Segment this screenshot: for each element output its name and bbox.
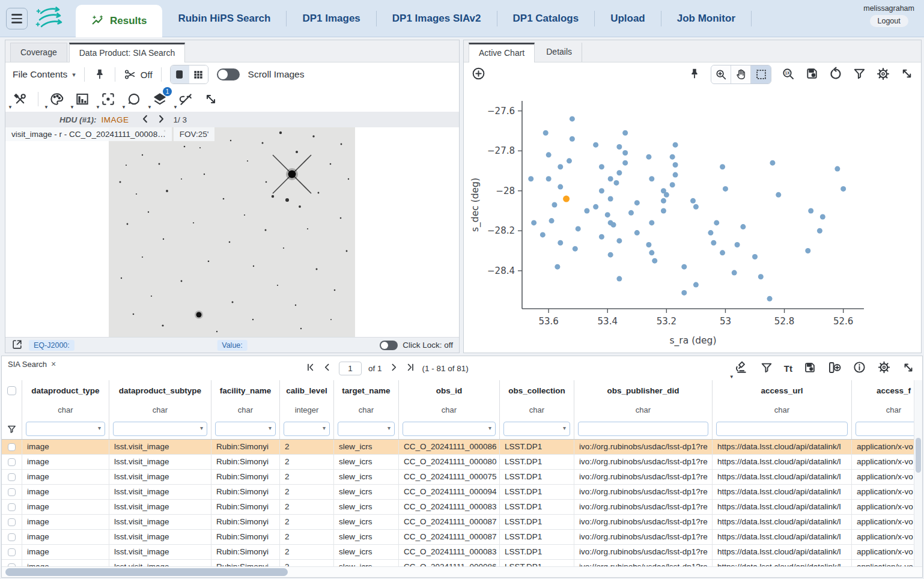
data-point[interactable] bbox=[622, 150, 628, 156]
data-point[interactable] bbox=[558, 184, 563, 190]
cell-dataproduct-subtype[interactable]: lsst.visit_image bbox=[109, 485, 211, 499]
nav-tab-dp1-images-siav2[interactable]: DP1 Images SIAv2 bbox=[377, 0, 497, 37]
column-filter-select[interactable]: ▾ bbox=[503, 422, 570, 436]
chart-settings-button[interactable] bbox=[876, 67, 890, 83]
cell-obs-id[interactable]: CC_O_20241111_000094 bbox=[399, 485, 500, 499]
table-row[interactable]: imagelsst.visit_imageRubin:Simonyi2slew_… bbox=[2, 530, 914, 545]
table-row[interactable]: imagelsst.visit_imageRubin:Simonyi2slew_… bbox=[2, 500, 914, 515]
expand-table-button[interactable] bbox=[902, 361, 915, 376]
cell-target-name[interactable]: slew_icrs bbox=[334, 500, 399, 514]
restore-chart-button[interactable] bbox=[828, 67, 843, 83]
table-tab-sia-search[interactable]: SIA Search × bbox=[8, 359, 56, 369]
column-name[interactable]: access_url bbox=[713, 380, 851, 401]
cell-access-url[interactable]: https://data.lsst.cloud/api/datalink/l bbox=[713, 560, 852, 566]
cell-dataproduct-type[interactable]: image bbox=[22, 485, 109, 499]
cell-calib-level[interactable]: 2 bbox=[280, 485, 334, 499]
add-column-button[interactable] bbox=[827, 360, 842, 377]
column-filter-select[interactable]: ▾ bbox=[284, 422, 330, 436]
data-point[interactable] bbox=[673, 162, 678, 168]
cell-dataproduct-subtype[interactable]: lsst.visit_image bbox=[109, 515, 211, 529]
column-header-facility-name[interactable]: facility_namechar▾ bbox=[211, 380, 280, 439]
data-point[interactable] bbox=[732, 270, 737, 276]
cell-dataproduct-subtype[interactable]: lsst.visit_image bbox=[109, 500, 211, 514]
nav-tab-rubin-hips-search[interactable]: Rubin HiPS Search bbox=[162, 0, 286, 37]
pin-image-button[interactable] bbox=[93, 68, 106, 81]
cell-dataproduct-subtype[interactable]: lsst.visit_image bbox=[109, 455, 211, 469]
data-point[interactable] bbox=[634, 200, 640, 205]
data-point[interactable] bbox=[805, 248, 810, 253]
cell-calib-level[interactable]: 2 bbox=[280, 440, 334, 454]
tab-coverage[interactable]: Coverage bbox=[10, 43, 67, 62]
data-point[interactable] bbox=[646, 154, 651, 160]
data-point[interactable] bbox=[681, 290, 687, 296]
cell-access-f[interactable]: application/x-vo bbox=[852, 455, 914, 469]
cell-dataproduct-subtype[interactable]: lsst.visit_image bbox=[109, 440, 211, 454]
column-header-target-name[interactable]: target_namechar▾ bbox=[334, 380, 399, 439]
data-point[interactable] bbox=[661, 208, 666, 213]
table-row[interactable]: imagelsst.visit_imageRubin:Simonyi2slew_… bbox=[2, 545, 914, 560]
cell-dataproduct-subtype[interactable]: lsst.visit_image bbox=[109, 560, 211, 566]
cell-obs-publisher-did[interactable]: ivo://org.rubinobs/usdac/lsst-dp1?re bbox=[574, 470, 713, 484]
column-filter-input[interactable] bbox=[856, 422, 914, 436]
data-point[interactable] bbox=[673, 142, 678, 148]
row-checkbox[interactable] bbox=[8, 458, 16, 466]
data-point[interactable] bbox=[752, 254, 758, 259]
data-point[interactable] bbox=[649, 176, 654, 181]
cell-access-f[interactable]: application/x-vo bbox=[852, 485, 914, 499]
tab-details[interactable]: Details bbox=[536, 43, 582, 62]
scrollbar-thumb[interactable] bbox=[5, 568, 288, 576]
cell-obs-publisher-did[interactable]: ivo://org.rubinobs/usdac/lsst-dp1?re bbox=[574, 440, 713, 454]
add-chart-button[interactable] bbox=[471, 66, 486, 83]
data-point[interactable] bbox=[540, 232, 546, 237]
cell-facility-name[interactable]: Rubin:Simonyi bbox=[211, 530, 280, 544]
data-point[interactable] bbox=[670, 182, 675, 187]
cell-calib-level[interactable]: 2 bbox=[280, 530, 334, 544]
column-filter-select[interactable]: ▾ bbox=[113, 422, 207, 436]
cell-obs-id[interactable]: CC_O_20241111_000083 bbox=[399, 545, 500, 559]
data-point[interactable] bbox=[573, 246, 578, 252]
data-point[interactable] bbox=[622, 130, 628, 136]
row-checkbox[interactable] bbox=[8, 473, 16, 481]
data-point[interactable] bbox=[770, 160, 775, 166]
cell-access-f[interactable]: application/x-vo bbox=[852, 515, 914, 529]
cell-obs-collection[interactable]: LSST.DP1 bbox=[500, 500, 574, 514]
cell-facility-name[interactable]: Rubin:Simonyi bbox=[211, 515, 280, 529]
cell-access-f[interactable]: application/x-vo bbox=[852, 545, 914, 559]
table-info-button[interactable] bbox=[853, 360, 866, 376]
data-point[interactable] bbox=[549, 218, 555, 223]
data-point[interactable] bbox=[558, 240, 563, 246]
cell-access-f[interactable]: application/x-vo bbox=[852, 500, 914, 514]
data-point[interactable] bbox=[720, 250, 725, 255]
cell-facility-name[interactable]: Rubin:Simonyi bbox=[211, 545, 280, 559]
column-filter-select[interactable]: ▾ bbox=[26, 422, 105, 436]
row-checkbox[interactable] bbox=[8, 518, 16, 526]
cell-facility-name[interactable]: Rubin:Simonyi bbox=[211, 560, 280, 566]
data-point[interactable] bbox=[543, 130, 549, 136]
cell-calib-level[interactable]: 2 bbox=[280, 515, 334, 529]
cell-facility-name[interactable]: Rubin:Simonyi bbox=[211, 455, 280, 469]
hdu-next-button[interactable] bbox=[156, 114, 166, 126]
cell-dataproduct-type[interactable]: image bbox=[22, 515, 109, 529]
cell-obs-id[interactable]: CC_O_20241111_000087 bbox=[399, 530, 500, 544]
data-point[interactable] bbox=[808, 208, 813, 213]
cell-obs-id[interactable]: CC_O_20241111_000086 bbox=[399, 440, 500, 454]
row-checkbox[interactable] bbox=[8, 488, 16, 496]
table-row[interactable]: imagelsst.visit_imageRubin:Simonyi2slew_… bbox=[2, 470, 914, 485]
fits-image[interactable] bbox=[109, 127, 355, 337]
column-name[interactable]: calib_level bbox=[280, 380, 333, 401]
cell-obs-collection[interactable]: LSST.DP1 bbox=[500, 515, 574, 529]
first-page-button[interactable] bbox=[305, 362, 315, 374]
data-point[interactable] bbox=[820, 214, 825, 219]
grid-view-button[interactable] bbox=[189, 65, 208, 83]
scrollbar-thumb[interactable] bbox=[916, 438, 921, 473]
data-point[interactable] bbox=[552, 202, 557, 208]
cell-obs-id[interactable]: CC_O_20241111_000080 bbox=[399, 455, 500, 469]
cell-target-name[interactable]: slew_icrs bbox=[334, 515, 399, 529]
data-point[interactable] bbox=[652, 258, 657, 264]
center-image-button[interactable]: ▼ bbox=[100, 91, 116, 107]
nav-tab-dp1-images[interactable]: DP1 Images bbox=[287, 0, 375, 37]
next-page-button[interactable] bbox=[389, 362, 399, 374]
column-name[interactable]: access_f bbox=[852, 380, 914, 401]
cell-obs-collection[interactable]: LSST.DP1 bbox=[500, 560, 574, 566]
last-page-button[interactable] bbox=[406, 362, 416, 374]
